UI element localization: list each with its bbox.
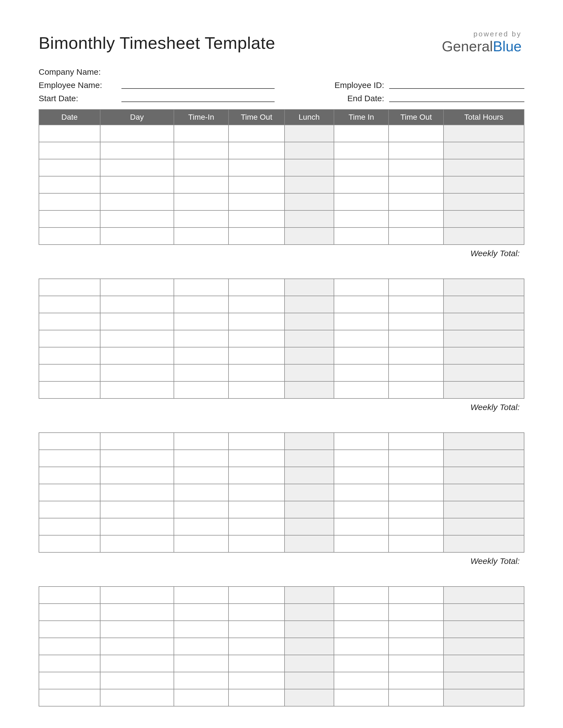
cell[interactable]	[100, 587, 174, 604]
cell[interactable]	[174, 381, 229, 398]
cell[interactable]	[444, 159, 524, 176]
cell[interactable]	[334, 518, 389, 535]
cell[interactable]	[39, 142, 100, 159]
cell[interactable]	[228, 655, 284, 672]
cell[interactable]	[334, 689, 389, 706]
cell[interactable]	[39, 433, 100, 450]
cell[interactable]	[285, 467, 334, 484]
cell[interactable]	[39, 501, 100, 518]
cell[interactable]	[334, 176, 389, 193]
cell[interactable]	[389, 347, 444, 364]
cell[interactable]	[174, 176, 229, 193]
cell[interactable]	[389, 159, 444, 176]
cell[interactable]	[100, 313, 174, 330]
cell[interactable]	[228, 467, 284, 484]
cell[interactable]	[389, 501, 444, 518]
cell[interactable]	[334, 484, 389, 501]
cell[interactable]	[334, 381, 389, 398]
cell[interactable]	[389, 210, 444, 227]
cell[interactable]	[444, 501, 524, 518]
cell[interactable]	[100, 501, 174, 518]
cell[interactable]	[334, 125, 389, 142]
cell[interactable]	[285, 433, 334, 450]
cell[interactable]	[389, 330, 444, 347]
cell[interactable]	[100, 279, 174, 296]
cell[interactable]	[100, 227, 174, 245]
start-date-input[interactable]	[121, 101, 274, 102]
cell[interactable]	[389, 296, 444, 313]
cell[interactable]	[100, 621, 174, 638]
cell[interactable]	[39, 467, 100, 484]
cell[interactable]	[389, 655, 444, 672]
cell[interactable]	[39, 279, 100, 296]
employee-input[interactable]	[121, 88, 274, 89]
cell[interactable]	[334, 604, 389, 621]
cell[interactable]	[285, 142, 334, 159]
cell[interactable]	[100, 330, 174, 347]
cell[interactable]	[444, 313, 524, 330]
cell[interactable]	[174, 535, 229, 552]
cell[interactable]	[228, 672, 284, 689]
cell[interactable]	[389, 672, 444, 689]
cell[interactable]	[285, 313, 334, 330]
cell[interactable]	[228, 364, 284, 381]
cell[interactable]	[285, 381, 334, 398]
cell[interactable]	[39, 227, 100, 245]
cell[interactable]	[228, 587, 284, 604]
cell[interactable]	[228, 227, 284, 245]
cell[interactable]	[334, 227, 389, 245]
cell[interactable]	[39, 330, 100, 347]
cell[interactable]	[334, 501, 389, 518]
cell[interactable]	[334, 672, 389, 689]
cell[interactable]	[100, 467, 174, 484]
cell[interactable]	[174, 227, 229, 245]
cell[interactable]	[228, 501, 284, 518]
cell[interactable]	[228, 296, 284, 313]
cell[interactable]	[389, 433, 444, 450]
cell[interactable]	[334, 433, 389, 450]
cell[interactable]	[39, 193, 100, 210]
cell[interactable]	[389, 621, 444, 638]
cell[interactable]	[389, 125, 444, 142]
cell[interactable]	[100, 604, 174, 621]
cell[interactable]	[39, 672, 100, 689]
cell[interactable]	[444, 604, 524, 621]
cell[interactable]	[285, 176, 334, 193]
cell[interactable]	[228, 330, 284, 347]
cell[interactable]	[100, 484, 174, 501]
cell[interactable]	[444, 672, 524, 689]
cell[interactable]	[100, 347, 174, 364]
end-date-input[interactable]	[389, 101, 524, 102]
cell[interactable]	[228, 433, 284, 450]
cell[interactable]	[334, 364, 389, 381]
cell[interactable]	[334, 193, 389, 210]
cell[interactable]	[334, 159, 389, 176]
cell[interactable]	[389, 313, 444, 330]
cell[interactable]	[39, 535, 100, 552]
cell[interactable]	[174, 210, 229, 227]
cell[interactable]	[334, 279, 389, 296]
cell[interactable]	[285, 621, 334, 638]
cell[interactable]	[389, 381, 444, 398]
cell[interactable]	[228, 604, 284, 621]
cell[interactable]	[174, 672, 229, 689]
cell[interactable]	[444, 621, 524, 638]
cell[interactable]	[334, 450, 389, 467]
cell[interactable]	[285, 193, 334, 210]
cell[interactable]	[174, 433, 229, 450]
cell[interactable]	[39, 210, 100, 227]
cell[interactable]	[334, 467, 389, 484]
cell[interactable]	[334, 621, 389, 638]
cell[interactable]	[285, 450, 334, 467]
cell[interactable]	[39, 621, 100, 638]
cell[interactable]	[285, 672, 334, 689]
cell[interactable]	[444, 535, 524, 552]
cell[interactable]	[334, 313, 389, 330]
cell[interactable]	[444, 176, 524, 193]
cell[interactable]	[285, 655, 334, 672]
cell[interactable]	[285, 159, 334, 176]
cell[interactable]	[100, 125, 174, 142]
cell[interactable]	[444, 518, 524, 535]
cell[interactable]	[100, 450, 174, 467]
cell[interactable]	[444, 467, 524, 484]
